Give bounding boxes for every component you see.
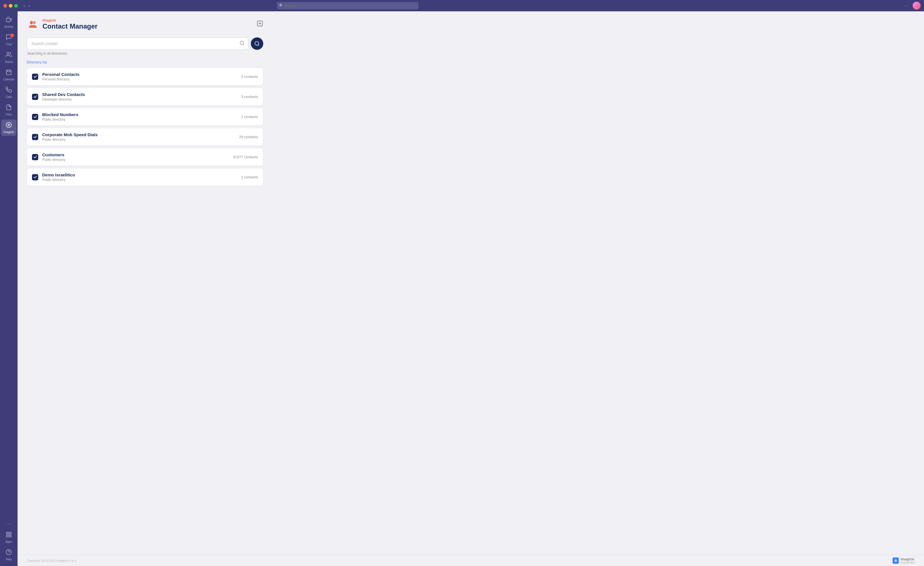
search-contact-icon [240,41,244,47]
app-layout: Activity 1 Chat Teams [0,11,924,566]
files-icon [6,104,12,112]
teams-icon [6,51,12,59]
directory-checkbox[interactable] [32,134,38,140]
svg-rect-1 [6,70,11,75]
search-bar-wrap [27,38,263,50]
sidebar-item-teams[interactable]: Teams [1,49,16,66]
more-icon: ··· [6,521,11,526]
main-content: Imagicle Contact Manager [18,11,924,566]
app-title: Contact Manager [42,23,98,30]
app-header: Imagicle Contact Manager [27,18,263,31]
search-section: Searching in all directories [27,38,263,56]
directory-list-item[interactable]: Shared Dev Contacts Developer directory … [27,88,263,106]
sidebar-apps-label: Apps [6,540,12,543]
directory-name: Demo Israelitico [42,173,237,177]
svg-point-24 [895,560,897,561]
svg-rect-9 [9,535,11,537]
directory-name: Customers [42,152,229,157]
close-button[interactable] [3,4,7,8]
sidebar-teams-label: Teams [4,60,13,63]
directory-count: 1 contacts [241,175,258,179]
traffic-lights [3,4,18,8]
searching-label: Searching in all directories [27,51,263,56]
directory-list-item[interactable]: Blocked Numbers Public directory 1 conta… [27,108,263,126]
svg-point-21 [255,42,259,45]
directory-count: 2 contacts [241,75,258,79]
directory-type: Developer directory [42,98,237,101]
svg-rect-8 [9,532,11,534]
sidebar: Activity 1 Chat Teams [0,11,18,566]
app-brand: Imagicle Contact Manager [27,18,98,31]
directory-count: 1 contacts [241,115,258,119]
sidebar-item-activity[interactable]: Activity [1,14,16,31]
sidebar-item-files[interactable]: Files [1,102,16,119]
titlebar-right: ··· [903,2,921,10]
directory-name: Blocked Numbers [42,112,237,117]
svg-point-0 [7,53,9,54]
search-contact-input[interactable] [27,38,249,50]
sidebar-item-help[interactable]: Help [1,547,16,563]
minimize-button[interactable] [9,4,12,8]
directory-info: Corporate Mob Speed Dials Public directo… [42,132,235,141]
directory-count: 41577 contacts [233,155,258,159]
sidebar-item-calendar[interactable]: Calendar [1,67,16,83]
app-subtitle: Imagicle [42,18,98,23]
directory-list-item[interactable]: Personal Contacts Personal directory 2 c… [27,68,263,86]
sidebar-item-more[interactable]: ··· [1,519,16,528]
forward-button[interactable]: › [27,3,31,9]
back-button[interactable]: ‹ [22,3,26,9]
sidebar-item-calls[interactable]: Calls [1,84,16,101]
titlebar-search-input[interactable] [277,2,418,9]
directory-info: Shared Dev Contacts Developer directory [42,92,237,101]
sidebar-help-label: Help [6,558,12,561]
titlebar-search: 🔍 [277,2,418,9]
directory-list-item[interactable]: Corporate Mob Speed Dials Public directo… [27,128,263,146]
directory-checkbox[interactable] [32,74,38,80]
titlebar-more[interactable]: ··· [903,3,909,9]
svg-point-15 [33,21,36,24]
sidebar-imagicle-label: Imagicle [3,131,14,134]
search-filter-button[interactable] [251,38,263,50]
svg-point-5 [6,122,11,128]
sidebar-calendar-label: Calendar [3,78,15,81]
svg-rect-10 [6,535,8,537]
sidebar-item-apps[interactable]: Apps [1,529,16,546]
directory-list-label: Directory list [27,60,263,64]
sidebar-calls-label: Calls [6,95,12,99]
sidebar-item-chat[interactable]: 1 Chat [1,32,16,48]
help-icon [6,549,12,557]
maximize-button[interactable] [14,4,18,8]
user-avatar[interactable] [913,2,921,10]
activity-icon [6,17,12,24]
imagicle-icon [6,122,12,129]
footer-logo-icon [892,557,899,564]
add-contact-button[interactable] [256,20,263,29]
directory-name: Personal Contacts [42,72,237,77]
directory-type: Public directory [42,138,235,141]
svg-point-6 [8,124,10,126]
nav-buttons: ‹ › [22,3,31,9]
directory-type: Public directory [42,117,237,122]
sidebar-item-imagicle[interactable]: Imagicle [1,120,16,136]
footer-copyright: Copyright 2010-2022 Imagicle S.p.a. [27,559,77,562]
app-logo-icon [27,18,39,31]
sidebar-files-label: Files [6,113,12,116]
calls-icon [6,87,12,94]
svg-line-20 [243,44,244,45]
apps-icon [6,531,12,539]
titlebar-search-icon: 🔍 [279,4,284,8]
directory-list-item[interactable]: Demo Israelitico Public directory 1 cont… [27,168,263,186]
directory-checkbox[interactable] [32,94,38,100]
svg-point-14 [30,21,33,24]
directory-checkbox[interactable] [32,174,38,180]
directory-checkbox[interactable] [32,154,38,160]
directory-list-item[interactable]: Customers Public directory 41577 contact… [27,148,263,166]
directory-checkbox[interactable] [32,114,38,120]
directory-type: Public directory [42,158,229,162]
titlebar: ‹ › 🔍 ··· [0,0,924,11]
directory-type: Public directory [42,178,237,182]
directory-count: 3 contacts [241,95,258,99]
directory-info: Personal Contacts Personal directory [42,72,237,81]
directory-type: Personal directory [42,77,237,81]
sidebar-activity-label: Activity [4,25,13,28]
